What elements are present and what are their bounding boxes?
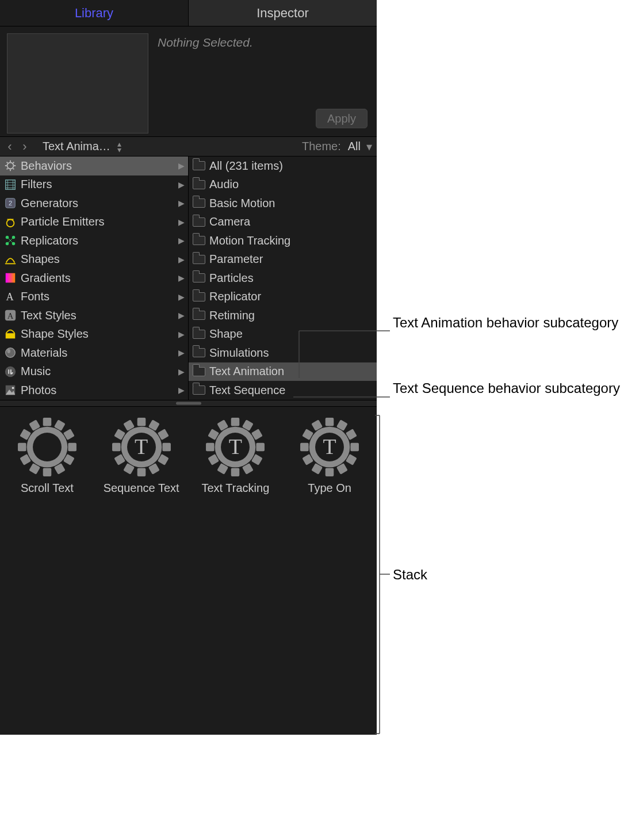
chevron-right-icon: ▶ [178,367,185,376]
category-label: Shape Styles [21,327,89,341]
svg-rect-36 [18,442,26,451]
category-icon: 2 [3,197,17,209]
subcategory-row-simulations[interactable]: Simulations [189,343,377,362]
category-row-replicators[interactable]: Replicators▶ [0,231,188,250]
chevron-down-icon: ▾ [366,140,372,154]
category-label: Photos [21,384,56,397]
subcategory-row-audio[interactable]: Audio [189,175,377,194]
subcategory-row-text-animation[interactable]: Text Animation [189,362,377,381]
breadcrumb[interactable]: Text Anima… [43,140,110,153]
category-row-particle-emitters[interactable]: Particle Emitters▶ [0,213,188,232]
category-row-music[interactable]: Music▶ [0,362,188,381]
svg-rect-58 [257,442,265,451]
subcategory-label: Retiming [209,309,255,322]
browser-columns: Behaviors▶Filters▶2Generators▶Particle E… [0,156,377,400]
subcategory-row-replicator[interactable]: Replicator [189,288,377,307]
category-row-materials[interactable]: Materials▶ [0,343,188,362]
stack-item-label: Scroll Text [6,482,89,495]
apply-button[interactable]: Apply [316,109,367,128]
nav-back-icon[interactable]: ‹ [5,139,15,154]
category-row-filters[interactable]: Filters▶ [0,175,188,194]
folder-icon [192,197,206,209]
library-panel: Library Inspector Nothing Selected. Appl… [0,0,377,735]
folder-icon [192,272,206,284]
subcategory-column: All (231 items)AudioBasic MotionCameraMo… [189,156,377,400]
category-row-behaviors[interactable]: Behaviors▶ [0,156,188,175]
subcategory-label: Text Animation [209,365,284,378]
category-row-photos[interactable]: Photos▶ [0,381,188,400]
category-icon [3,234,17,247]
svg-rect-53 [137,418,146,426]
svg-rect-61 [231,468,240,476]
folder-icon [192,234,206,247]
svg-rect-81 [326,418,334,426]
subcategory-row-shape[interactable]: Shape [189,325,377,344]
stack-item-text-tracking[interactable]: TText Tracking [194,417,277,495]
stack-item-type-on[interactable]: TType On [288,417,371,495]
chevron-right-icon: ▶ [178,292,185,301]
category-row-shapes[interactable]: Shapes▶ [0,250,188,269]
subcategory-row-particles[interactable]: Particles [189,269,377,288]
svg-point-42 [33,433,62,461]
subcategory-row-text-sequence[interactable]: Text Sequence [189,381,377,400]
subcategory-label: Parameter [209,253,263,266]
callout-text-sequence: Text Sequence behavior subcategory [393,380,620,397]
svg-text:A: A [7,311,14,320]
subcategory-row-all-231-items-[interactable]: All (231 items) [189,156,377,175]
svg-rect-50 [112,442,121,451]
folder-icon [192,384,206,396]
gear-icon: T [205,417,265,477]
subcategory-row-motion-tracking[interactable]: Motion Tracking [189,231,377,250]
category-row-shape-styles[interactable]: Shape Styles▶ [0,325,188,344]
gear-icon [17,417,77,477]
theme-dropdown[interactable]: All [348,140,361,153]
chevron-right-icon: ▶ [178,217,185,227]
category-row-text-styles[interactable]: AText Styles▶ [0,306,188,325]
svg-point-28 [12,387,14,390]
category-icon [3,328,17,341]
chevron-right-icon: ▶ [178,180,185,189]
subcategory-row-camera[interactable]: Camera [189,213,377,232]
svg-point-23 [6,348,16,358]
subcategory-label: Shape [209,327,243,341]
stack-item-label: Type On [288,482,371,495]
stack-item-sequence-text[interactable]: TSequence Text [100,417,183,495]
svg-rect-75 [326,468,334,476]
category-label: Replicators [21,234,78,247]
category-icon [3,178,17,191]
category-icon: A [3,291,17,303]
folder-icon [192,178,206,191]
category-icon [3,346,17,359]
stack-item-scroll-text[interactable]: Scroll Text [6,417,89,495]
category-label: Gradients [21,272,71,285]
subcategory-label: Camera [209,215,250,228]
chevron-right-icon: ▶ [178,198,185,208]
preview-status: Nothing Selected. [158,33,253,129]
resize-handle[interactable] [0,400,377,407]
chevron-right-icon: ▶ [178,161,185,170]
subcategory-row-basic-motion[interactable]: Basic Motion [189,194,377,213]
stack-item-label: Text Tracking [194,482,277,495]
svg-rect-67 [231,418,240,426]
nav-forward-icon[interactable]: › [20,139,30,154]
subcategory-row-parameter[interactable]: Parameter [189,250,377,269]
category-icon [3,384,17,396]
category-row-fonts[interactable]: AFonts▶ [0,288,188,307]
subcategory-row-retiming[interactable]: Retiming [189,306,377,325]
gear-icon: T [112,417,171,477]
category-row-generators[interactable]: 2Generators▶ [0,194,188,213]
category-icon [3,216,17,228]
chevron-right-icon: ▶ [178,255,185,264]
category-row-gradients[interactable]: Gradients▶ [0,269,188,288]
svg-rect-44 [162,442,171,451]
folder-icon [192,309,206,322]
subcategory-label: Simulations [209,346,269,360]
tab-inspector[interactable]: Inspector [189,0,377,26]
chevron-right-icon: ▶ [178,330,185,339]
folder-icon [192,159,206,172]
stack-area: Scroll TextTSequence TextTText TrackingT… [0,407,377,735]
tab-library[interactable]: Library [0,0,189,26]
sort-stepper-icon[interactable]: ▴▾ [117,141,121,152]
svg-rect-78 [300,442,309,451]
svg-rect-47 [137,468,146,476]
